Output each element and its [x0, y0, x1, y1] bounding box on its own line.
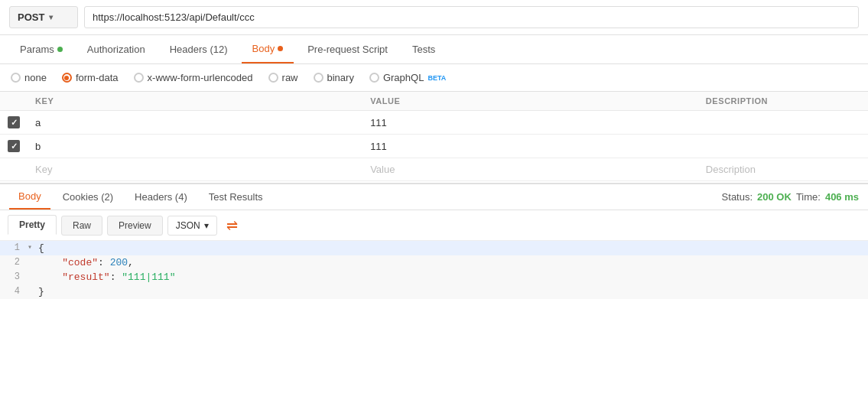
- row1-value[interactable]: 111: [362, 111, 698, 135]
- line-content-3: "result": "111|111": [38, 271, 175, 283]
- format-select[interactable]: JSON ▾: [167, 216, 217, 236]
- wrap-icon[interactable]: ⇌: [226, 217, 238, 234]
- response-tab-headers[interactable]: Headers (4): [125, 185, 197, 209]
- response-tab-body[interactable]: Body: [9, 184, 50, 210]
- table-row: b 111: [0, 135, 868, 158]
- method-chevron: ▾: [49, 13, 53, 21]
- status-value: 200 OK: [757, 191, 792, 203]
- radio-none-circle: [11, 73, 21, 83]
- radio-binary[interactable]: binary: [314, 72, 354, 83]
- code-line-2: 2 "code": 200,: [0, 255, 868, 270]
- radio-urlencoded-label: x-www-form-urlencoded: [148, 72, 253, 83]
- url-input[interactable]: [84, 6, 859, 28]
- col-value-header: VALUE: [362, 92, 698, 111]
- radio-none[interactable]: none: [11, 72, 47, 83]
- line-arrow-1: ▾: [28, 242, 38, 252]
- line-content-1: {: [38, 242, 44, 254]
- row1-key[interactable]: a: [28, 111, 362, 135]
- params-dot: [57, 47, 63, 52]
- radio-form-data-label: form-data: [76, 72, 119, 83]
- preview-button[interactable]: Preview: [107, 216, 163, 236]
- line-content-4: }: [38, 286, 44, 297]
- response-tab-test-results-label: Test Results: [209, 191, 263, 203]
- tab-params[interactable]: Params: [9, 36, 73, 63]
- tab-tests-label: Tests: [412, 44, 435, 55]
- response-body: Pretty Raw Preview JSON ▾ ⇌ 1 ▾ { 2 "cod…: [0, 210, 868, 299]
- params-table: KEY VALUE DESCRIPTION a 111 b 111 Key Va…: [0, 92, 868, 181]
- radio-binary-circle: [314, 73, 323, 83]
- tab-authorization-label: Authorization: [87, 44, 145, 55]
- time-value: 406 ms: [825, 191, 859, 203]
- status-label: Status:: [722, 191, 753, 203]
- row2-desc[interactable]: [698, 135, 868, 158]
- placeholder-check-cell: [0, 158, 28, 181]
- line-num-1: 1: [0, 242, 28, 253]
- body-dot: [278, 46, 283, 51]
- method-dropdown[interactable]: POST ▾: [9, 6, 78, 28]
- tab-body-label: Body: [252, 43, 275, 54]
- row1-checkbox-cell[interactable]: [0, 111, 28, 135]
- row1-desc[interactable]: [698, 111, 868, 135]
- row2-key[interactable]: b: [28, 135, 362, 158]
- row2-checkbox-cell[interactable]: [0, 135, 28, 158]
- response-tab-body-label: Body: [18, 190, 41, 202]
- response-tabs-row: Body Cookies (2) Headers (4) Test Result…: [0, 183, 868, 210]
- method-label: POST: [18, 11, 44, 23]
- line-num-3: 3: [0, 271, 28, 282]
- format-label: JSON: [176, 220, 200, 231]
- placeholder-key[interactable]: Key: [28, 158, 362, 181]
- url-bar: POST ▾: [0, 0, 868, 35]
- response-tab-cookies[interactable]: Cookies (2): [54, 185, 122, 209]
- tab-authorization[interactable]: Authorization: [76, 36, 156, 63]
- tab-headers[interactable]: Headers (12): [159, 36, 239, 63]
- code-line-3: 3 "result": "111|111": [0, 270, 868, 284]
- line-num-2: 2: [0, 257, 28, 268]
- placeholder-desc[interactable]: Description: [698, 158, 868, 181]
- tab-headers-label: Headers (12): [170, 44, 228, 55]
- tab-prerequest[interactable]: Pre-request Script: [297, 36, 398, 63]
- table-row: a 111: [0, 111, 868, 135]
- placeholder-value[interactable]: Value: [362, 158, 698, 181]
- response-tab-headers-label: Headers (4): [135, 191, 187, 203]
- row1-checkbox[interactable]: [8, 116, 20, 128]
- col-check-header: [0, 92, 28, 111]
- format-chevron: ▾: [204, 220, 209, 231]
- radio-graphql[interactable]: GraphQL BETA: [369, 72, 446, 83]
- radio-graphql-circle: [369, 73, 379, 83]
- tab-body[interactable]: Body: [242, 35, 294, 63]
- beta-badge: BETA: [427, 74, 446, 82]
- radio-raw-circle: [268, 73, 278, 83]
- radio-none-label: none: [24, 72, 47, 83]
- time-label: Time:: [796, 191, 821, 203]
- status-info: Status: 200 OK Time: 406 ms: [722, 191, 859, 203]
- line-num-4: 4: [0, 286, 28, 297]
- table-placeholder-row: Key Value Description: [0, 158, 868, 181]
- code-line-4: 4 }: [0, 284, 868, 299]
- radio-form-data[interactable]: form-data: [62, 72, 119, 83]
- line-content-2: "code": 200,: [38, 257, 134, 268]
- col-desc-header: DESCRIPTION: [698, 92, 868, 111]
- raw-button[interactable]: Raw: [61, 216, 102, 236]
- response-tab-cookies-label: Cookies (2): [63, 191, 113, 203]
- tab-prerequest-label: Pre-request Script: [307, 44, 388, 55]
- radio-graphql-label: GraphQL: [383, 72, 424, 83]
- pretty-button[interactable]: Pretty: [8, 215, 57, 236]
- row2-value[interactable]: 111: [362, 135, 698, 158]
- response-toolbar: Pretty Raw Preview JSON ▾ ⇌: [0, 210, 868, 241]
- code-area: 1 ▾ { 2 "code": 200, 3 "result": "111|11…: [0, 241, 868, 299]
- tab-params-label: Params: [20, 44, 54, 55]
- code-line-1: 1 ▾ {: [0, 241, 868, 255]
- request-tabs: Params Authorization Headers (12) Body P…: [0, 35, 868, 64]
- radio-raw-label: raw: [282, 72, 298, 83]
- tab-tests[interactable]: Tests: [401, 36, 446, 63]
- col-key-header: KEY: [28, 92, 362, 111]
- radio-form-data-circle: [62, 73, 72, 83]
- radio-binary-label: binary: [327, 72, 354, 83]
- radio-urlencoded[interactable]: x-www-form-urlencoded: [134, 72, 253, 83]
- radio-raw[interactable]: raw: [268, 72, 298, 83]
- radio-urlencoded-circle: [134, 73, 144, 83]
- response-tab-test-results[interactable]: Test Results: [200, 185, 272, 209]
- body-type-row: none form-data x-www-form-urlencoded raw…: [0, 64, 868, 92]
- row2-checkbox[interactable]: [8, 140, 20, 152]
